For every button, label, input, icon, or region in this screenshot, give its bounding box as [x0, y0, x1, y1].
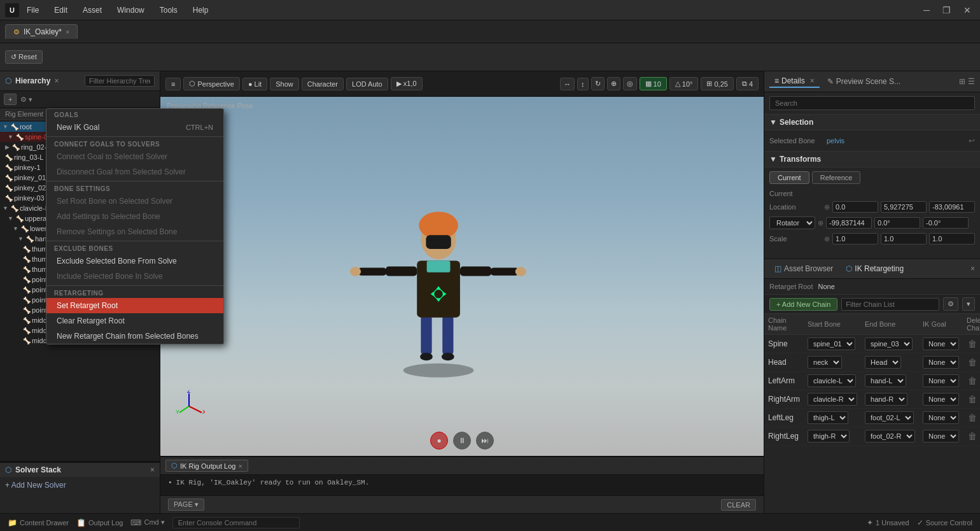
minimize-button[interactable]: ─	[920, 4, 934, 17]
viewport-tool-1[interactable]: ↔	[560, 78, 575, 90]
delete-chain-button[interactable]: 🗑	[967, 374, 978, 387]
scale-y-input[interactable]	[881, 233, 927, 244]
start-bone-select[interactable]: neck	[808, 356, 842, 369]
viewport-view-button[interactable]: ⧉ 4	[736, 77, 759, 90]
ik-goal-select[interactable]: None	[923, 411, 959, 424]
console-input[interactable]	[172, 517, 300, 528]
ik-goal-select[interactable]: None	[923, 393, 959, 406]
tab-close-button[interactable]: ×	[66, 28, 69, 36]
close-button[interactable]: ✕	[960, 4, 975, 17]
rotation-z-input[interactable]	[923, 217, 969, 229]
selection-section-header[interactable]: ▼ Selection	[764, 114, 980, 131]
viewport-tool-3[interactable]: ↻	[591, 77, 605, 90]
ctx-exclude-bone[interactable]: Exclude Selected Bone From Solve	[46, 253, 223, 269]
location-z-input[interactable]	[929, 201, 975, 213]
ctx-include-bone[interactable]: Include Selected Bone In Solve	[46, 269, 223, 284]
end-bone-select[interactable]: hand-R	[865, 393, 907, 406]
transforms-section-header[interactable]: ▼ Transforms	[764, 151, 980, 167]
ik-goal-select[interactable]: None	[923, 374, 959, 387]
start-bone-select[interactable]: clavicle-L	[808, 374, 856, 387]
location-x-input[interactable]	[832, 201, 878, 213]
viewport-grid-button[interactable]: ▦ 10	[640, 77, 667, 90]
location-y-input[interactable]	[881, 201, 927, 213]
ctx-set-retarget-root[interactable]: Set Retarget Root	[46, 298, 223, 313]
clear-button[interactable]: CLEAR	[721, 499, 756, 511]
viewport-angle-button[interactable]: △ 10°	[669, 77, 699, 90]
ik-retargeting-tab[interactable]: ⬡ IK Retargeting	[841, 263, 909, 274]
details-grid-view[interactable]: ⊞	[959, 77, 965, 86]
menu-window[interactable]: Window	[115, 4, 147, 16]
menu-tools[interactable]: Tools	[157, 4, 180, 16]
end-bone-select[interactable]: hand-L	[865, 374, 906, 387]
perspective-button[interactable]: ⬡ Perspective	[183, 77, 239, 90]
selected-bone-value[interactable]: pelvis	[827, 137, 969, 145]
ik-goal-select[interactable]: None	[923, 430, 959, 442]
preview-scene-tab[interactable]: ✎ Preview Scene S...	[822, 75, 906, 88]
active-tab[interactable]: ⚙ IK_Oakley* ×	[5, 24, 78, 39]
show-button[interactable]: Show	[270, 78, 299, 90]
delete-chain-button[interactable]: 🗑	[967, 393, 978, 406]
delete-chain-button[interactable]: 🗑	[967, 337, 978, 350]
current-button[interactable]: Current	[769, 171, 809, 184]
page-button[interactable]: PAGE ▾	[168, 499, 204, 511]
asset-browser-tab[interactable]: ◫ Asset Browser	[769, 263, 838, 274]
ik-goal-select[interactable]: None	[923, 337, 959, 350]
start-bone-select[interactable]: spine_01	[808, 337, 855, 350]
play-speed-button[interactable]: ▶ x1,0	[391, 77, 423, 90]
hierarchy-search-input[interactable]	[85, 75, 155, 87]
end-bone-select[interactable]: foot_02-R	[865, 430, 915, 442]
delete-chain-button[interactable]: 🗑	[967, 430, 978, 442]
ik-panel-close[interactable]: ×	[970, 264, 975, 273]
menu-file[interactable]: File	[24, 4, 41, 16]
selected-bone-reset[interactable]: ↩	[969, 136, 975, 145]
reset-button[interactable]: ↺ Reset	[5, 50, 43, 64]
lit-button[interactable]: ● Lit	[242, 78, 267, 90]
rotation-y-input[interactable]	[874, 217, 920, 229]
ctx-connect-goal[interactable]: Connect Goal to Selected Solver	[46, 149, 223, 164]
ctx-new-ik-goal[interactable]: New IK Goal CTRL+N	[46, 120, 223, 135]
ctx-remove-settings[interactable]: Remove Settings on Selected Bone	[46, 224, 223, 239]
ctx-set-root-bone[interactable]: Set Root Bone on Selected Solver	[46, 194, 223, 209]
ctx-add-settings[interactable]: Add Settings to Selected Bone	[46, 209, 223, 224]
record-button[interactable]: ●	[430, 432, 448, 450]
log-tab-close[interactable]: ×	[238, 462, 242, 470]
delete-chain-button[interactable]: 🗑	[967, 411, 978, 424]
end-bone-select[interactable]: foot_02-L	[865, 411, 914, 424]
end-bone-select[interactable]: Head	[865, 356, 901, 369]
start-bone-select[interactable]: thigh-R	[808, 430, 850, 442]
start-bone-select[interactable]: thigh-L	[808, 411, 848, 424]
rotation-x-input[interactable]	[826, 217, 872, 229]
viewport-tool-5[interactable]: ◎	[623, 77, 637, 90]
details-search-input[interactable]	[769, 96, 975, 110]
lod-button[interactable]: LOD Auto	[346, 78, 388, 90]
cmd-button[interactable]: ⌨ Cmd ▾	[130, 518, 164, 527]
scale-x-input[interactable]	[832, 233, 878, 244]
add-solver-button[interactable]: + Add New Solver	[5, 481, 155, 490]
viewport-menu-button[interactable]: ≡	[165, 78, 181, 90]
content-drawer-button[interactable]: 📁 Content Drawer	[8, 518, 69, 527]
add-chain-button[interactable]: + Add New Chain	[769, 298, 837, 311]
solver-close[interactable]: ×	[150, 465, 155, 474]
viewport-scale-button[interactable]: ⊞ 0,25	[701, 77, 733, 90]
filter-chain-input[interactable]	[841, 298, 939, 311]
maximize-button[interactable]: ❐	[939, 4, 955, 17]
rotation-type-select[interactable]: Rotator Euler	[769, 216, 815, 229]
chain-more-button[interactable]: ▾	[962, 297, 975, 311]
ctx-disconnect-goal[interactable]: Disconnect Goal from Selected Solver	[46, 164, 223, 180]
chain-settings-button[interactable]: ⚙	[943, 297, 958, 311]
hierarchy-close[interactable]: ×	[54, 76, 59, 85]
menu-asset[interactable]: Asset	[80, 4, 104, 16]
source-control-button[interactable]: ✓ Source Control	[917, 518, 972, 527]
details-tab[interactable]: ≡ Details ×	[769, 75, 820, 88]
scale-z-input[interactable]	[929, 233, 975, 244]
start-bone-select[interactable]: clavicle-R	[808, 393, 857, 406]
ctx-clear-retarget-root[interactable]: Clear Retarget Root	[46, 313, 223, 329]
step-button[interactable]: ⏭	[476, 432, 494, 450]
viewport-tool-2[interactable]: ↕	[577, 78, 589, 90]
pause-button[interactable]: ⏸	[453, 432, 471, 450]
character-button[interactable]: Character	[302, 78, 344, 90]
menu-help[interactable]: Help	[190, 4, 211, 16]
reference-button[interactable]: Reference	[812, 171, 861, 184]
ctx-new-retarget-chain[interactable]: New Retarget Chain from Selected Bones	[46, 329, 223, 344]
end-bone-select[interactable]: spine_03	[865, 337, 913, 350]
